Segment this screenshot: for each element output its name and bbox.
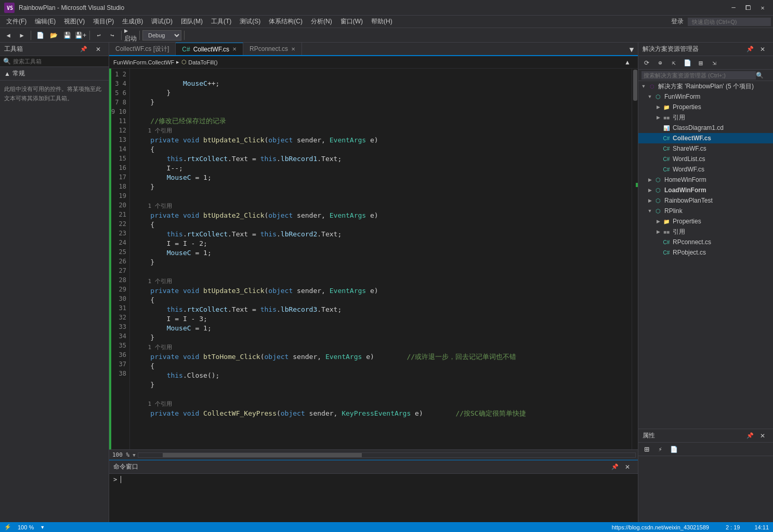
properties-label: Properties [673, 103, 701, 111]
forward-button[interactable]: ▶ [16, 30, 28, 41]
tree-funwinform[interactable]: ▼ ⬡ FunWinForm [638, 91, 773, 102]
solution-pin-button[interactable]: 📌 [744, 44, 756, 55]
editor-scroll-up[interactable]: ▲ [621, 57, 634, 68]
center-panel: CollectWF.cs [设计] C# CollectWF.cs ✕ RPco… [109, 43, 638, 522]
solution-search-input[interactable] [641, 71, 756, 79]
tab-collectwf[interactable]: C# CollectWF.cs ✕ [176, 43, 243, 55]
solution-toolbar-btn-1[interactable]: ⟳ [640, 57, 653, 69]
window-title: RainbowPlan - Microsoft Visual Studio [19, 4, 727, 11]
properties-close-button[interactable]: ✕ [756, 430, 769, 442]
tree-wordwf[interactable]: C# WordWF.cs [638, 164, 773, 175]
minimize-button[interactable]: ─ [727, 2, 740, 14]
tree-loadwinform[interactable]: ▶ ⬡ LoadWinForm [638, 185, 773, 195]
properties-page-icon[interactable]: 📄 [667, 444, 680, 455]
solution-icon: ⬡ [648, 82, 656, 90]
rplink-icon: ⬡ [654, 207, 662, 215]
menu-file[interactable]: 文件(F) [2, 16, 31, 27]
toolbox-category-general[interactable]: ▲ 常规 [0, 67, 109, 81]
solution-toolbar-btn-5[interactable]: ▤ [695, 57, 707, 69]
zoom-dropdown-icon[interactable]: ▼ [133, 453, 135, 458]
solution-toolbar-btn-3[interactable]: ⇱ [667, 57, 680, 69]
quick-launch-input[interactable] [688, 18, 771, 26]
redo-button[interactable]: ↪ [106, 30, 119, 41]
tab-list-button[interactable]: ▼ [625, 44, 638, 55]
tree-properties-2[interactable]: ▶ 📁 Properties [638, 216, 773, 227]
tree-classdiagram[interactable]: 📊 ClassDiagram1.cd [638, 123, 773, 133]
menu-build[interactable]: 生成(B) [118, 16, 147, 27]
code-container[interactable]: 1 2 3 4 5 6 7 8 9 10 11 12 13 14 15 16 1… [109, 69, 638, 449]
new-project-button[interactable]: 📄 [34, 30, 46, 41]
menu-tools[interactable]: 工具(T) [207, 16, 235, 27]
tab-icon: C# [182, 46, 190, 53]
vertical-scrollbar[interactable] [632, 69, 638, 449]
command-window-content[interactable]: > [109, 474, 638, 522]
tree-rainbowplantest[interactable]: ▶ ⬡ RainbowPlanTest [638, 195, 773, 206]
undo-button[interactable]: ↩ [93, 30, 105, 41]
properties-title: 属性 [643, 431, 655, 440]
command-window-header: 命令窗口 📌 ✕ [109, 460, 638, 474]
solution-toolbar-btn-6[interactable]: ⇲ [708, 57, 720, 69]
code-editor[interactable]: MouseC++; } } //修改已经保存过的记录 1 个引用 private… [130, 69, 632, 449]
command-window-close-button[interactable]: ✕ [621, 461, 634, 473]
tree-references-1[interactable]: ▶ ■■ 引用 [638, 112, 773, 123]
login-button[interactable]: 登录 [667, 16, 688, 27]
menu-debug[interactable]: 调试(D) [147, 16, 177, 27]
tree-collectwf[interactable]: C# CollectWF.cs [638, 133, 773, 143]
start-button[interactable]: ▶ 启动 [124, 30, 137, 41]
status-zoom: 100 % [18, 524, 34, 530]
menu-view[interactable]: 视图(V) [60, 16, 89, 27]
rplink-references-label: 引用 [673, 228, 685, 236]
solution-explorer-title: 解决方案资源管理器 [643, 45, 699, 54]
open-button[interactable]: 📂 [47, 30, 60, 41]
tree-homewinform[interactable]: ▶ ⬡ HomeWinForm [638, 175, 773, 185]
command-cursor [121, 476, 125, 483]
back-button[interactable]: ◀ [2, 30, 15, 41]
toolbox-search-area: 🔍 [0, 56, 109, 67]
solution-toolbar-btn-4[interactable]: 📄 [681, 57, 693, 69]
tree-references-2[interactable]: ▶ ■■ 引用 [638, 227, 773, 237]
toolbar-separator-5 [184, 31, 185, 40]
horizontal-scrollbar[interactable] [138, 453, 636, 458]
maximize-button[interactable]: ⧠ [742, 2, 754, 14]
h-scrollbar-thumb[interactable] [163, 453, 362, 457]
tab-close-icon[interactable]: ✕ [232, 46, 237, 52]
tab-label: CollectWF.cs [设计] [115, 45, 169, 54]
properties-pin-button[interactable]: 📌 [744, 430, 756, 442]
tree-wordlist[interactable]: C# WordList.cs [638, 154, 773, 164]
debug-mode-select[interactable]: Debug Release [142, 30, 181, 41]
tab-close-icon[interactable]: ✕ [291, 46, 295, 52]
solution-close-button[interactable]: ✕ [756, 44, 769, 55]
tree-sharewf[interactable]: C# ShareWF.cs [638, 143, 773, 154]
scrollbar-thumb[interactable] [633, 70, 637, 101]
properties-bolt-icon[interactable]: ⚡ [654, 444, 666, 455]
command-window-pin-button[interactable]: 📌 [609, 461, 621, 473]
tree-properties-1[interactable]: ▶ 📁 Properties [638, 102, 773, 112]
close-button[interactable]: ✕ [756, 2, 769, 14]
solution-toolbar-btn-2[interactable]: ⊕ [654, 57, 666, 69]
menu-analyze[interactable]: 分析(N) [307, 16, 336, 27]
tab-rpconnect[interactable]: RPconnect.cs ✕ [243, 43, 302, 55]
toolbox-close-button[interactable]: ✕ [92, 44, 104, 55]
save-button[interactable]: 💾 [61, 30, 73, 41]
tab-collectwf-design[interactable]: CollectWF.cs [设计] [109, 43, 176, 55]
toolbox-search-input[interactable] [13, 58, 91, 64]
menu-edit[interactable]: 编辑(E) [31, 16, 60, 27]
breadcrumb-namespace[interactable]: FunWinForm.CollectWF [113, 59, 174, 65]
menu-test[interactable]: 测试(S) [235, 16, 265, 27]
tree-rpobject[interactable]: C# RPobject.cs [638, 247, 773, 258]
editor-area: CollectWF.cs [设计] C# CollectWF.cs ✕ RPco… [109, 43, 638, 449]
menu-architecture[interactable]: 体系结构(C) [265, 16, 307, 27]
solution-root-item[interactable]: ▼ ⬡ 解决方案 'RainbowPlan' (5 个项目) [638, 81, 773, 91]
menu-help[interactable]: 帮助(H) [367, 16, 397, 27]
funwinform-expand: ▼ [647, 94, 653, 100]
references-icon: ■■ [662, 113, 671, 122]
tree-rplink[interactable]: ▼ ⬡ RPlink [638, 206, 773, 216]
tree-rpconnect[interactable]: C# RPconnect.cs [638, 237, 773, 247]
status-dropdown[interactable]: ▼ [40, 525, 45, 530]
properties-grid-icon[interactable]: ⊞ [640, 444, 653, 455]
save-all-button[interactable]: 💾+ [74, 30, 87, 41]
menu-window[interactable]: 窗口(W) [336, 16, 367, 27]
menu-team[interactable]: 团队(M) [177, 16, 207, 27]
menu-project[interactable]: 项目(P) [89, 16, 118, 27]
toolbox-pin-button[interactable]: 📌 [77, 44, 90, 55]
